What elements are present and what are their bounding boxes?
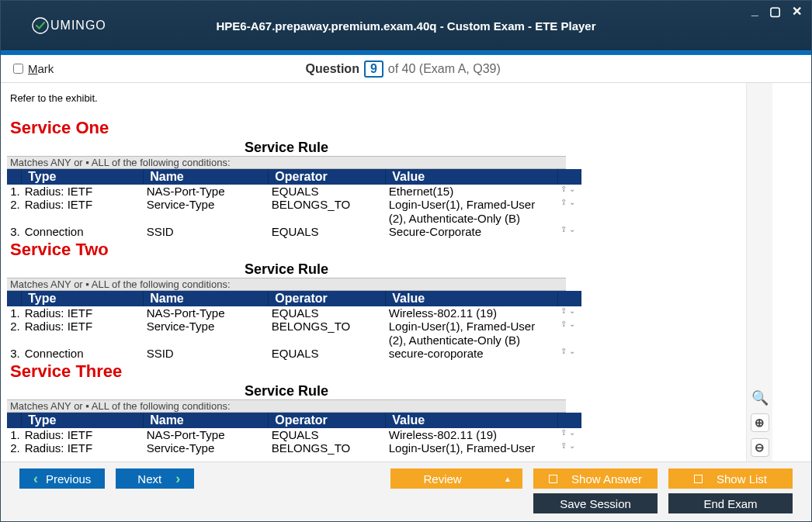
cell-name: NAS-Port-Type	[144, 428, 269, 441]
col-name: Name	[144, 413, 269, 428]
col-operator: Operator	[269, 413, 386, 428]
zoom-tools: 🔍 ⊕ ⊖	[746, 83, 772, 462]
table-row: 3. Connection SSID EQUALS secure-coropor…	[7, 347, 581, 360]
review-button[interactable]: Review ▲	[390, 468, 522, 489]
col-type: Type	[22, 413, 144, 428]
table-row: 3. Connection SSID EQUALS Secure-Corpora…	[7, 225, 581, 238]
magnifier-icon[interactable]: 🔍	[751, 389, 769, 407]
row-action-icons[interactable]: ⇪ ⌄	[557, 428, 581, 441]
service-block: Service TwoService RuleMatches ANY or ▪ …	[7, 240, 744, 360]
row-action-icons[interactable]: ⇪ ⌄	[557, 347, 581, 360]
question-bar: Mark Question 9 of 40 (Exam A, Q39)	[1, 55, 811, 83]
cell-type: Radius: IETF	[22, 320, 144, 347]
row-index: 3.	[7, 347, 22, 360]
cell-operator: EQUALS	[269, 225, 386, 238]
service-block: Service ThreeService RuleMatches ANY or …	[7, 361, 744, 455]
matches-condition-text: Matches ANY or ▪ ALL of the following co…	[7, 399, 566, 413]
col-type: Type	[22, 169, 144, 185]
row-index: 1.	[7, 306, 22, 320]
table-row: 2. Radius: IETF Service-Type BELONGS_TO …	[7, 441, 581, 455]
chevron-up-icon: ▲	[504, 475, 512, 483]
refer-text: Refer to the exhibit.	[10, 92, 744, 104]
close-icon[interactable]: ✕	[789, 4, 805, 19]
question-number-box: 9	[364, 60, 383, 78]
matches-condition-text: Matches ANY or ▪ ALL of the following co…	[7, 278, 566, 291]
rule-table: Type Name Operator Value 1. Radius: IETF…	[7, 169, 581, 238]
end-exam-button[interactable]: End Exam	[668, 493, 793, 513]
row-action-icons[interactable]: ⇪ ⌄	[557, 185, 581, 198]
cell-operator: BELONGS_TO	[269, 441, 386, 455]
question-info: Question 9 of 40 (Exam A, Q39)	[306, 60, 501, 78]
checkbox-icon	[694, 475, 703, 483]
service-title: Service Two	[10, 240, 744, 260]
window-title: HPE6-A67.prepaway.premium.exam.40q - Cus…	[1, 19, 811, 33]
cell-type: Radius: IETF	[22, 306, 144, 320]
col-operator: Operator	[269, 169, 386, 185]
maximize-icon[interactable]: ▢	[766, 4, 784, 19]
cell-name: Service-Type	[144, 320, 269, 347]
previous-button[interactable]: Previous	[19, 468, 105, 489]
row-action-icons[interactable]: ⇪ ⌄	[557, 306, 581, 320]
service-rule-header: Service Rule	[7, 140, 566, 156]
col-name: Name	[144, 291, 269, 306]
cell-operator: EQUALS	[269, 306, 386, 320]
question-of-text: of 40 (Exam A, Q39)	[388, 62, 501, 76]
zoom-out-button[interactable]: ⊖	[751, 438, 769, 457]
cell-operator: EQUALS	[269, 428, 386, 441]
rule-table: Type Name Operator Value 1. Radius: IETF…	[7, 291, 581, 360]
minimize-icon[interactable]: _	[748, 4, 762, 19]
save-session-button[interactable]: Save Session	[533, 493, 658, 513]
cell-type: Connection	[22, 347, 144, 360]
mark-checkbox[interactable]	[13, 64, 23, 74]
logo-text: UMINGO	[50, 19, 106, 33]
row-action-icons[interactable]: ⇪ ⌄	[557, 441, 581, 455]
row-action-icons[interactable]: ⇪ ⌄	[557, 198, 581, 225]
cell-value: Login-User(1), Framed-User	[386, 441, 557, 455]
service-title: Service Three	[10, 361, 744, 382]
cell-type: Radius: IETF	[22, 198, 144, 225]
row-index: 2.	[7, 441, 22, 455]
row-action-icons[interactable]: ⇪ ⌄	[557, 320, 581, 347]
services-container: Service OneService RuleMatches ANY or ▪ …	[7, 118, 744, 455]
row-index: 3.	[7, 225, 22, 238]
cell-type: Connection	[22, 225, 144, 238]
service-block: Service OneService RuleMatches ANY or ▪ …	[7, 118, 744, 238]
service-rule-header: Service Rule	[7, 261, 566, 278]
checkbox-icon	[549, 475, 557, 483]
table-row: 1. Radius: IETF NAS-Port-Type EQUALS Wir…	[7, 306, 581, 320]
zoom-in-button[interactable]: ⊕	[751, 413, 769, 432]
row-action-icons[interactable]: ⇪ ⌄	[557, 225, 581, 238]
cell-value: Secure-Corporate	[386, 225, 557, 238]
scroll-area[interactable]: Refer to the exhibit. Service OneService…	[1, 83, 744, 462]
titlebar: UMINGO HPE6-A67.prepaway.premium.exam.40…	[1, 1, 811, 50]
col-name: Name	[144, 169, 269, 185]
row-index: 1.	[7, 428, 22, 441]
next-button[interactable]: Next	[116, 468, 194, 489]
review-label: Review	[404, 472, 481, 486]
service-rule-header: Service Rule	[7, 383, 566, 399]
svg-point-0	[33, 18, 48, 33]
check-badge-icon	[32, 17, 49, 34]
cell-operator: BELONGS_TO	[269, 320, 386, 347]
cell-operator: EQUALS	[269, 347, 386, 360]
show-list-button[interactable]: Show List	[668, 468, 793, 489]
app-window: UMINGO HPE6-A67.prepaway.premium.exam.40…	[0, 0, 812, 522]
col-operator: Operator	[269, 291, 386, 306]
row-index: 1.	[7, 185, 22, 198]
show-answer-button[interactable]: Show Answer	[533, 468, 658, 489]
cell-name: SSID	[144, 225, 269, 238]
table-row: 2. Radius: IETF Service-Type BELONGS_TO …	[7, 198, 581, 225]
cell-name: Service-Type	[144, 441, 269, 455]
cell-type: Radius: IETF	[22, 185, 144, 198]
table-row: 1. Radius: IETF NAS-Port-Type EQUALS Eth…	[7, 185, 581, 198]
content-area: Refer to the exhibit. Service OneService…	[1, 83, 811, 462]
col-value: Value	[386, 413, 557, 428]
cell-value: Ethernet(15)	[386, 185, 557, 198]
cell-type: Radius: IETF	[22, 441, 144, 455]
window-controls: _ ▢ ✕	[748, 4, 805, 19]
footer: Previous Next Review ▲ Show Answer Show …	[1, 462, 811, 521]
mark-checkbox-wrap[interactable]: Mark	[13, 62, 54, 75]
row-index: 2.	[7, 320, 22, 347]
cell-value: Wireless-802.11 (19)	[386, 306, 557, 320]
show-answer-label: Show Answer	[571, 472, 642, 486]
